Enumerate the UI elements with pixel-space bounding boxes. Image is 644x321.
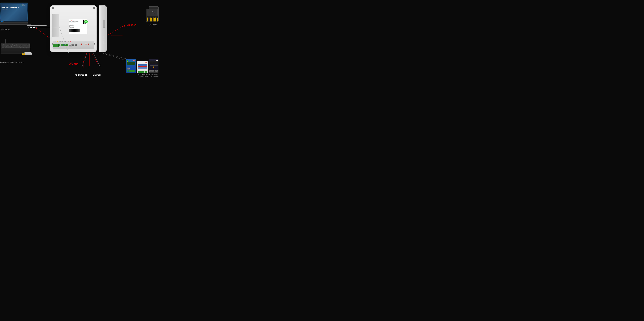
usb-port-2 (75, 44, 77, 46)
plc-leds (127, 60, 128, 62)
screw-top-left (52, 7, 54, 9)
red-dot-usb2 (88, 44, 90, 45)
power-terminals (53, 44, 58, 47)
usb-flash-drive (22, 52, 33, 57)
barcode (70, 29, 86, 32)
connector-icons: ⊕ ⚡ COM1/COM3 COM2 ⛽ ⛽ (55, 41, 71, 42)
side-body (99, 5, 107, 52)
connector-strip: ⊕ ⚡ COM1/COM3 COM2 ⛽ ⛽ (52, 41, 94, 49)
warning-triangle (152, 66, 155, 68)
main-scene: EKF PRO-Screen 7 Tuesday, February 6 👋 H… (0, 0, 161, 80)
plc-rj45 (128, 68, 130, 70)
svg-line-6 (102, 53, 127, 61)
svg-line-20 (83, 53, 86, 62)
svg-line-3 (82, 53, 87, 67)
red-dot-ethernet (81, 44, 82, 45)
svg-rect-9 (83, 21, 84, 21)
laptop-bottom (0, 24, 31, 25)
led-yellow (127, 61, 128, 62)
label-plc-devices: ПЛК, модули ввода/вывода, преобразовател… (138, 74, 158, 77)
svg-line-4 (93, 53, 100, 67)
label-keyboard: Клавиатура, USB-накопитель (0, 62, 24, 64)
device-panel-back: ⚡ EKF Панель оператора PRO-Screen 7 HMI … (50, 5, 97, 52)
ekf-badge-plc3: EKF (156, 60, 158, 61)
usb-icon2: ⛽ (70, 41, 71, 42)
rs485-terminals (59, 44, 68, 46)
vfd-display: --- (150, 61, 158, 64)
label-ethernet: Ethernet (92, 74, 100, 76)
vent-slot-2 (103, 41, 105, 44)
label-computer: Компьютер (1, 28, 10, 30)
sd-contacts (147, 18, 158, 22)
laptop-date: Tuesday, February 6 (2, 9, 8, 10)
usb-icon1: ⛽ (68, 41, 69, 42)
usb-port-1 (72, 44, 74, 46)
vfd-buttons (150, 65, 158, 66)
dc-pass-badge: DCPASS06 (84, 20, 88, 23)
svg-line-2 (92, 53, 99, 66)
plc-bottom-terminals (126, 70, 136, 73)
product-serial: RSCT21080032 (70, 25, 86, 26)
ekf-logo-plc1: EKF (133, 60, 135, 61)
laptop-display: EKF PRO-Screen 7 Tuesday, February 6 👋 H… (0, 3, 28, 22)
plc-device-3-vfd: EKF --- ! (149, 59, 158, 73)
sd-card-device: SDCARD (146, 6, 159, 23)
sd-card-slot (103, 20, 105, 28)
com2-label: COM2 (64, 41, 66, 42)
label-rs232: RS-232/485/422 (75, 74, 87, 76)
plc-device-2: EKF (137, 61, 148, 73)
label-sd-slot: SD-слот (127, 24, 136, 26)
svg-rect-13 (83, 23, 84, 23)
product-serial-label: Серийный № (70, 25, 86, 25)
laptop-screen-area: EKF PRO-Screen 7 Tuesday, February 6 👋 H… (0, 3, 28, 22)
plc-display (127, 62, 135, 65)
label-usb-slave: USB-Slave (28, 26, 38, 29)
power-icon: ⚡ (57, 41, 58, 42)
usb-ports (72, 44, 77, 46)
screw-top-right (93, 7, 95, 9)
laptop-clock: EKF PRO-Screen 7 (2, 6, 19, 9)
plc-strips (138, 64, 147, 69)
com1-label: COM1/COM3 (59, 41, 63, 42)
ethernet-icon: ⊕ (55, 41, 56, 42)
plc-device-1: EKF (126, 59, 136, 73)
led-green (127, 60, 128, 61)
ekf-badge-plc2: EKF (145, 62, 147, 63)
red-dot-usb1 (86, 44, 86, 45)
device-label-sticker: ⚡ EKF Панель оператора PRO-Screen 7 HMI … (69, 19, 87, 35)
red-dot-sd-indicator (124, 25, 125, 27)
vfd-terminals (149, 70, 158, 73)
device-side-view (99, 5, 110, 53)
rj45-ethernet-port (69, 44, 72, 47)
plc-devices-area: EKF EKF (126, 59, 158, 73)
panel-recess (52, 14, 59, 37)
label-sd-card: SD-карта (149, 24, 157, 26)
label-usb-port: USB-порт (69, 63, 78, 65)
vent-slot-1 (103, 36, 105, 39)
plc2-terminals (137, 71, 148, 73)
laptop-device: EKF PRO-Screen 7 Tuesday, February 6 👋 H… (0, 3, 31, 27)
